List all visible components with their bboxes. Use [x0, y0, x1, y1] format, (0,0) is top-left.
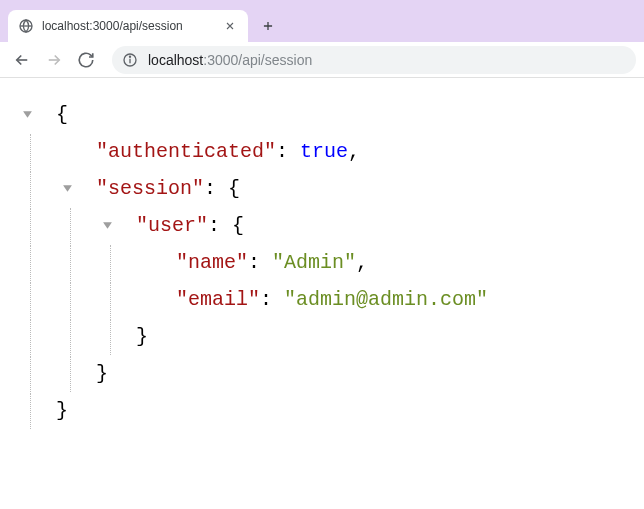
brace-close: }: [96, 355, 108, 392]
close-tab-icon[interactable]: [222, 18, 238, 34]
new-tab-button[interactable]: [254, 12, 282, 40]
json-viewer: { "authenticated": true, "session": { "u…: [0, 78, 644, 447]
brace-close: }: [56, 392, 68, 429]
toolbar: localhost:3000/api/session: [0, 42, 644, 78]
site-info-icon[interactable]: [122, 52, 138, 68]
browser-tab[interactable]: localhost:3000/api/session: [8, 10, 248, 42]
collapse-toggle-session[interactable]: [56, 171, 96, 207]
globe-icon: [18, 18, 34, 34]
url-text: localhost:3000/api/session: [148, 52, 312, 68]
json-value-authenticated: true: [300, 133, 348, 170]
json-key-email: "email": [176, 281, 260, 318]
svg-point-3: [129, 56, 130, 57]
collapse-toggle-root[interactable]: [16, 97, 56, 133]
reload-button[interactable]: [72, 46, 100, 74]
json-key-name: "name": [176, 244, 248, 281]
address-bar[interactable]: localhost:3000/api/session: [112, 46, 636, 74]
tab-title: localhost:3000/api/session: [42, 19, 214, 33]
back-button[interactable]: [8, 46, 36, 74]
json-value-name: "Admin": [272, 244, 356, 281]
forward-button[interactable]: [40, 46, 68, 74]
brace-open: {: [56, 96, 68, 133]
collapse-toggle-user[interactable]: [96, 208, 136, 244]
json-key-session: "session": [96, 170, 204, 207]
json-value-email: "admin@admin.com": [284, 281, 488, 318]
json-key-user: "user": [136, 207, 208, 244]
brace-close: }: [136, 318, 148, 355]
tab-strip: localhost:3000/api/session: [0, 8, 644, 42]
json-key-authenticated: "authenticated": [96, 133, 276, 170]
